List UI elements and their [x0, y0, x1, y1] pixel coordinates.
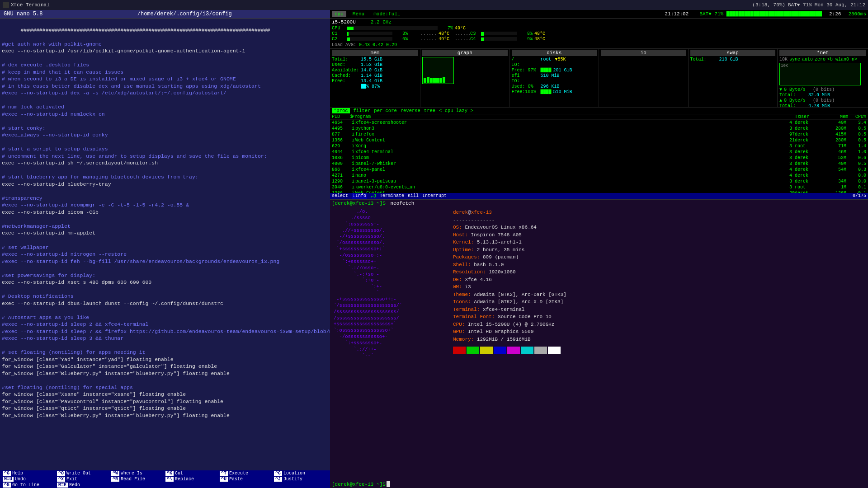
table-row[interactable]: 877ifirefox97derek415M0.5	[330, 131, 868, 137]
htop-fkey-info[interactable]: ↓Info	[352, 193, 367, 199]
htop-tab-menu[interactable]: Menu	[350, 11, 367, 17]
net-label-10k: 10K	[779, 57, 788, 62]
htop-fkey-interrupt[interactable]: Interrupt	[422, 193, 447, 199]
nano-line-nm: exec --no-startup-id nm-applet	[2, 230, 95, 236]
table-row[interactable]: 866ixfce4-panel4derek54M0.3	[330, 167, 868, 173]
footer-paste[interactable]: ^U Paste	[217, 476, 271, 482]
key-redo: M=E	[57, 483, 68, 488]
htop-tab-cpu[interactable]: cpu	[332, 11, 346, 17]
table-row[interactable]: 1356iWeb Content21derek280M0.5	[330, 137, 868, 143]
table-row[interactable]: 3946ikworker/u8:0-events_un3root1M0.1	[330, 184, 868, 190]
info-icons-row: Icons: Adwaita [GTK2], Arc-X-D [GTK3]	[453, 298, 566, 306]
label-whereis: Where Is	[121, 471, 142, 476]
cpu-row-c2: C2 6% ...... 49°C ...... C4 9% 48°	[332, 36, 866, 42]
htop-monitor: cpu Menu mode:full 21:12:02 BAT♥ 71% ███…	[330, 10, 868, 200]
label-execute: Execute	[229, 471, 248, 476]
htop-fkey-kill[interactable]: Kill	[408, 193, 419, 199]
tree-tab[interactable]: tree	[424, 108, 435, 113]
footer-execute[interactable]: ^T Execute	[217, 470, 271, 476]
footer-help[interactable]: ^G Help	[0, 470, 54, 476]
footer-cut[interactable]: ^K Cut	[163, 470, 217, 476]
info-de-row: DE: Xfce 4.16	[453, 276, 566, 284]
table-row[interactable]: 4654ixfce4-screenshooter4derek40M3.4	[330, 120, 868, 126]
info-shell-row: Shell: bash 5.1.0	[453, 261, 566, 269]
col-user: User	[798, 114, 826, 119]
footer-writeout[interactable]: ^O Write Out	[54, 470, 108, 476]
footer-whereis[interactable]: ^W Where Is	[108, 470, 163, 476]
info-packages-row: Packages: 809 (pacman)	[453, 253, 566, 261]
table-row[interactable]: 4495ipython33derek280M0.5	[330, 126, 868, 131]
c4-label: C4	[470, 36, 479, 42]
mem-cached: Cached:1.14 GiB	[332, 73, 418, 78]
label-justify: Justify	[283, 477, 302, 482]
table-row[interactable]: 629iXorg3root71M1.4	[330, 143, 868, 149]
nano-line-bt-comment: # start blueberry app for managing bluet…	[2, 174, 198, 180]
cpu-bar-c3	[481, 32, 517, 35]
proc-section-header: *proc filter per-core reverse tree < cpu…	[330, 108, 868, 114]
htop-tab-mode[interactable]: mode:full	[371, 11, 403, 17]
nano-line-notif-comment: # Desktop notifications	[2, 293, 74, 299]
footer-location[interactable]: ^C Location	[271, 470, 326, 476]
table-row[interactable]: 1036ipicom3derek52M0.6	[330, 155, 868, 161]
filter-tab[interactable]: filter	[354, 108, 371, 113]
nano-line-auto2: #exec --no-startup-id sleep 7 && firefox…	[2, 328, 330, 334]
nano-line-wall-comment: # set wallpaper	[2, 244, 49, 250]
net-auto-btn[interactable]: auto	[802, 57, 813, 62]
app-icon	[3, 2, 9, 8]
color-blue	[494, 347, 506, 354]
info-gpu-row: GPU: Intel HD Graphics 5500	[453, 328, 566, 336]
footer-replace[interactable]: ^\ Replace	[163, 476, 217, 482]
proc-tab[interactable]: *proc	[332, 108, 350, 113]
footer-undo[interactable]: M=U Undo	[0, 476, 54, 482]
footer-justify[interactable]: ^J Justify	[271, 476, 326, 482]
table-row[interactable]: 4271inano4derek0.0	[330, 173, 868, 178]
nano-line-auto1: #exec --no-startup-id sleep 2 && xfce4-t…	[2, 321, 148, 327]
htop-fkey-jump[interactable]: ↵J	[371, 193, 376, 199]
info-separator: --------------	[453, 216, 566, 224]
c3-label: C3	[470, 31, 479, 36]
net-zero-btn[interactable]: zero	[815, 57, 826, 62]
net-sync-btn[interactable]: sync	[789, 57, 800, 62]
footer-goto[interactable]: ^5 Go To Line	[0, 482, 54, 488]
key-goto: ^5	[3, 483, 11, 488]
net-interface: <b wlan0 n>	[827, 57, 857, 62]
disk-panel: disks /root▼55K IO: Free: 97%████201 GiB…	[510, 49, 599, 107]
htop-select-label: select	[332, 193, 348, 199]
prompt2-text: [derek@xfce-i3 ~]$	[332, 482, 386, 487]
nano-line-dunst: exec --no-startup-id dbus-launch dunst -…	[2, 300, 223, 306]
info-host-part: xfce-i3	[471, 210, 492, 215]
nano-line-display-comment: # start a script to setup displays # unc…	[2, 146, 267, 159]
table-row[interactable]: 4044ixfce4-terminal3derek46M1.0	[330, 149, 868, 155]
swap-total: Total:218 GiB	[690, 57, 776, 62]
info-kernel-row: Kernel: 5.13.13-arch1-1	[453, 239, 566, 246]
nano-filepath: /home/derek/.config/i3/config	[137, 11, 232, 17]
table-row[interactable]: 1290ipanel-3-pulseau3derek34M0.0	[330, 178, 868, 184]
cpu-row-all: CPU 7% 49°C	[332, 25, 866, 31]
htop-fkey-terminate[interactable]: Terminate	[380, 193, 404, 199]
reverse-tab[interactable]: reverse	[401, 108, 420, 113]
mem-free-pct: ██% 87%	[332, 84, 418, 89]
htop-uptime-label: 2:26	[829, 11, 841, 17]
footer-readfile[interactable]: ^R Read File	[108, 476, 163, 482]
load-avg-row: Load AVG: 0.43 0.42 0.29	[332, 42, 866, 47]
nano-line-exec-dex: #exec --no-startup-id dex -a -s /etc/xdg…	[2, 90, 226, 96]
per-core-tab[interactable]: per-core	[374, 108, 396, 113]
nano-line-picom: exec --no-startup-id picom -CGb	[2, 209, 99, 215]
net-download: ▼ 0 Byte/s (0 bits)	[779, 87, 866, 92]
info-memory-row: Memory: 1292MiB / 15916MiB	[453, 336, 566, 343]
disk-io: IO:	[512, 62, 597, 67]
footer-redo[interactable]: M=E Redo	[54, 482, 108, 488]
table-row[interactable]: 4009ipanel-7-whisker3derek40M0.5	[330, 161, 868, 167]
info-termfont-row: Terminal Font: Source Code Pro 10	[453, 313, 566, 321]
mem-used: Used:1.53 GiB	[332, 62, 418, 67]
info-wm-row: WM: i3	[453, 283, 566, 291]
terminal-prompt2[interactable]: [derek@xfce-i3 ~]$	[330, 480, 868, 488]
footer-exit[interactable]: ^X Exit	[54, 476, 108, 482]
cpu-tray: (3:18, 70%)	[752, 2, 785, 8]
nano-line-conky-comment: # start conky:	[2, 125, 46, 131]
neofetch-info: derek@xfce-i3 -------------- OS: Endeavo…	[453, 209, 566, 479]
htop-mem-disk-section: mem Total:15.5 GiB Used:1.53 GiB Availab…	[330, 49, 868, 108]
key-location: ^C	[274, 471, 282, 476]
nano-editor-content[interactable]: ########################################…	[0, 19, 330, 470]
cpu-sort-tab[interactable]: < cpu lazy >	[439, 108, 473, 113]
